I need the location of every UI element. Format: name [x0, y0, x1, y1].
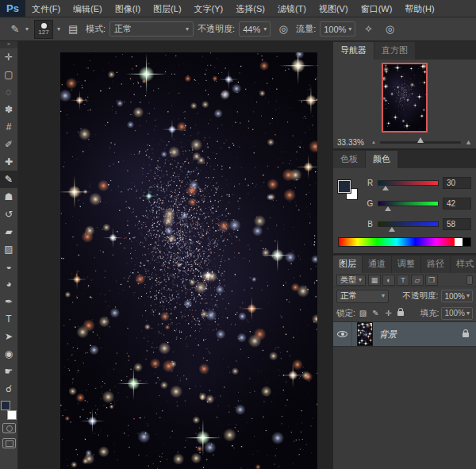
zoom-out-icon[interactable]: ▲	[371, 140, 376, 144]
tool-path-select[interactable]: ➤	[0, 328, 18, 345]
layer-filter-kind-select[interactable]: 类型 ▾	[336, 275, 366, 286]
tool-lasso[interactable]: ◌	[0, 83, 18, 101]
tab-styles[interactable]: 样式	[451, 256, 476, 273]
tool-healing-brush[interactable]: ✚	[0, 153, 18, 171]
tool-shape[interactable]: ◉	[0, 345, 18, 363]
menu-edit[interactable]: 编辑(E)	[67, 0, 109, 17]
channel-value-field[interactable]: 58	[443, 218, 471, 230]
filter-adjustment-layers-icon[interactable]: ◐	[382, 275, 395, 286]
spectrum-gradient[interactable]	[339, 238, 455, 246]
navigator-view-box[interactable]	[382, 63, 428, 133]
tab-adjustments[interactable]: 调整	[392, 256, 420, 273]
channel-slider-r[interactable]	[378, 180, 439, 186]
foreground-color-swatch[interactable]	[338, 180, 351, 193]
menu-image[interactable]: 图像(I)	[109, 0, 147, 17]
tools-panel: » ✛▢◌✽#✐✚✎☗↺▰▨◒◕✒T➤◉☛☌	[0, 41, 18, 469]
navigator-thumbnail[interactable]	[383, 64, 426, 131]
document-canvas[interactable]	[60, 52, 317, 469]
tool-zoom[interactable]: ☌	[0, 380, 18, 398]
channel-slider-thumb[interactable]	[382, 186, 389, 190]
caret-down-icon: ▾	[466, 310, 470, 317]
filter-smart-objects-icon[interactable]: ❐	[425, 275, 438, 286]
toolbar-collapse-button[interactable]: »	[0, 41, 17, 48]
tab-channels[interactable]: 通道	[363, 256, 391, 273]
menu-select[interactable]: 选择(S)	[229, 0, 271, 17]
tool-dodge[interactable]: ◕	[0, 275, 18, 293]
tool-history-brush[interactable]: ↺	[0, 206, 18, 223]
tab-histogram[interactable]: 直方图	[374, 42, 415, 60]
airbrush-button[interactable]: ✧	[359, 21, 377, 38]
filter-type-layers-icon[interactable]: T	[397, 275, 409, 286]
background-color-swatch[interactable]	[7, 410, 17, 420]
tool-marquee[interactable]: ▢	[0, 66, 18, 83]
layer-visibility-toggle[interactable]	[333, 322, 352, 346]
menu-file[interactable]: 文件(F)	[25, 0, 67, 17]
tool-clone-stamp[interactable]: ☗	[0, 188, 18, 206]
screen-mode-button[interactable]	[2, 438, 16, 448]
tool-type-tool[interactable]: T	[0, 310, 18, 328]
menu-view[interactable]: 视图(V)	[313, 0, 355, 17]
layer-locked-icon	[463, 329, 469, 339]
pressure-size-button[interactable]: ◎	[381, 21, 398, 38]
tool-crop[interactable]: #	[0, 118, 18, 136]
tool-hand[interactable]: ☛	[0, 363, 18, 380]
brush-preset-caret-icon[interactable]: ▾	[57, 26, 60, 33]
layer-name[interactable]: 背景	[379, 329, 463, 340]
opacity-select[interactable]: 44% ▾	[239, 21, 271, 37]
tool-brush[interactable]: ✎	[0, 171, 18, 188]
zoom-in-icon[interactable]: ▲	[465, 138, 472, 146]
toggle-brush-panel-button[interactable]: ▤	[64, 21, 82, 38]
zoom-slider-thumb[interactable]	[417, 137, 424, 143]
filter-shape-layers-icon[interactable]: ▱	[411, 275, 424, 286]
menu-type[interactable]: 文字(Y)	[188, 0, 230, 17]
channel-slider-thumb[interactable]	[389, 227, 395, 232]
quick-mask-button[interactable]	[2, 423, 16, 433]
filter-pixel-layers-icon[interactable]: ▦	[368, 275, 381, 286]
paint-mode-select[interactable]: 正常 ▾	[109, 21, 194, 37]
tool-pen[interactable]: ✒	[0, 293, 18, 310]
tab-swatches[interactable]: 色板	[333, 151, 365, 168]
tool-gradient[interactable]: ▨	[0, 240, 18, 258]
spectrum-white-swatch[interactable]	[455, 238, 463, 246]
tool-move[interactable]: ✛	[0, 48, 18, 66]
tab-navigator[interactable]: 导航器	[333, 42, 374, 60]
menu-window[interactable]: 窗口(W)	[355, 0, 399, 17]
brush-preset-picker[interactable]: 127	[34, 20, 53, 39]
tool-preset-picker[interactable]: ✎ ▾	[5, 20, 30, 39]
menu-filter[interactable]: 滤镜(T)	[271, 0, 313, 17]
color-spectrum-ramp[interactable]	[338, 237, 471, 247]
tool-quick-select[interactable]: ✽	[0, 101, 18, 118]
menu-layer[interactable]: 图层(L)	[147, 0, 187, 17]
layer-row-background[interactable]: 背景	[333, 322, 476, 347]
channel-slider-b[interactable]	[378, 221, 439, 227]
lock-position-icon[interactable]: ✛	[383, 309, 393, 317]
layer-filter-toggle[interactable]	[466, 275, 473, 285]
tool-blur[interactable]: ◒	[0, 258, 18, 275]
flow-select[interactable]: 100% ▾	[320, 21, 355, 37]
tab-color[interactable]: 颜色	[366, 151, 397, 168]
foreground-color-swatch[interactable]	[1, 401, 10, 410]
lock-transparency-icon[interactable]: ▨	[358, 309, 368, 317]
navigator-tabbar: 导航器 直方图	[333, 41, 476, 60]
spectrum-black-swatch[interactable]	[463, 238, 470, 246]
lock-pixels-icon[interactable]: ✎	[370, 309, 381, 317]
layer-thumbnail[interactable]	[357, 322, 373, 346]
tab-layers[interactable]: 图层	[333, 256, 362, 273]
channel-slider-thumb[interactable]	[385, 206, 391, 211]
zoom-value-field[interactable]: 33.33%	[337, 138, 367, 147]
lock-all-icon[interactable]	[396, 309, 406, 317]
channel-slider-g[interactable]	[378, 201, 439, 206]
zoom-slider[interactable]	[380, 141, 461, 144]
filter-kind-label: 类型	[340, 275, 356, 286]
layer-fill-select[interactable]: 100% ▾	[441, 307, 473, 320]
channel-value-field[interactable]: 30	[443, 177, 471, 189]
tab-paths[interactable]: 路径	[421, 256, 450, 273]
tool-eyedropper[interactable]: ✐	[0, 136, 18, 153]
caret-down-icon: ▾	[186, 26, 189, 33]
pressure-opacity-button[interactable]: ◎	[274, 21, 292, 38]
tool-eraser[interactable]: ▰	[0, 223, 18, 240]
layer-blend-mode-select[interactable]: 正常 ▾	[336, 290, 389, 303]
layer-opacity-select[interactable]: 100% ▾	[441, 290, 473, 302]
channel-value-field[interactable]: 42	[443, 198, 471, 210]
menu-help[interactable]: 帮助(H)	[398, 0, 440, 17]
